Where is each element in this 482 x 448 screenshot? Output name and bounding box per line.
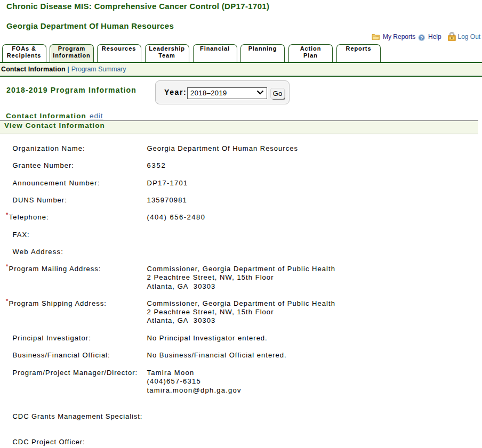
svg-text:?: ? [420,35,423,40]
